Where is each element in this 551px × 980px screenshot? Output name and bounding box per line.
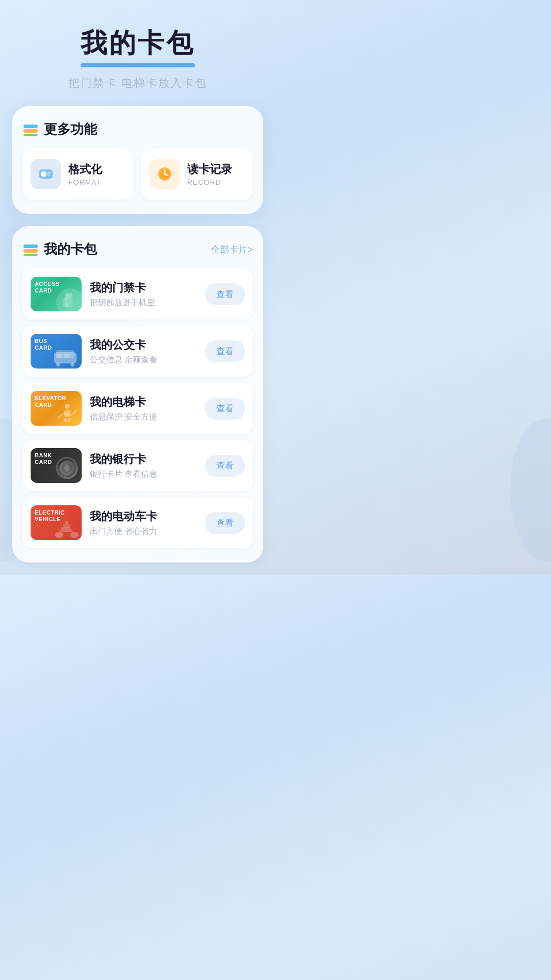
elevator-card-thumbnail: ELEVATORCARD — [31, 391, 82, 426]
features-grid: 格式化 FORMAT 读卡记录 RECORD — [22, 149, 253, 200]
card-list: ACCESSCARD 我的门禁卡 把钥匙放进手机里 查看 — [22, 268, 253, 548]
svg-rect-22 — [64, 354, 69, 358]
access-card-info: 我的门禁卡 把钥匙放进手机里 — [90, 280, 197, 308]
format-name: 格式化 — [68, 162, 102, 177]
bus-card-desc: 公交信息 余额查看 — [90, 355, 197, 365]
bus-view-button[interactable]: 查看 — [205, 340, 245, 362]
features-title: 更多功能 — [44, 120, 97, 138]
svg-rect-21 — [57, 354, 62, 358]
electric-card-label: ELECTRICVEHICLE — [35, 509, 65, 523]
svg-point-27 — [57, 458, 77, 478]
electric-card-thumbnail: ELECTRICVEHICLE — [31, 505, 82, 540]
main-container: 更多功能 格式化 FORMAT — [12, 106, 263, 214]
page-title: 我的卡包 — [81, 26, 195, 67]
record-sub: RECORD — [187, 178, 232, 186]
card-item-bus: BUSCARD 我的公交卡 公交信息 余额查看 查看 — [22, 326, 253, 377]
electric-card-desc: 出门方便 省心省力 — [90, 526, 197, 537]
bank-view-button[interactable]: 查看 — [205, 455, 245, 477]
wallet-title: 我的卡包 — [44, 240, 97, 258]
record-icon — [155, 164, 174, 184]
bus-card-info: 我的公交卡 公交信息 余额查看 — [90, 337, 197, 365]
card-item-bank: BANKCARD 我的银行卡 银行卡片 查看信息 查看 — [22, 440, 253, 491]
svg-rect-13 — [65, 293, 72, 307]
svg-rect-25 — [64, 418, 67, 422]
access-view-button[interactable]: 查看 — [205, 283, 245, 305]
card-item-access: ACCESSCARD 我的门禁卡 把钥匙放进手机里 查看 — [22, 268, 253, 320]
bank-card-thumbnail: BANKCARD — [31, 448, 82, 483]
svg-rect-6 — [47, 175, 49, 176]
card-item-electric: ELECTRICVEHICLE 我的电动车卡 出门方便 省心省力 查看 — [22, 497, 253, 548]
bank-card-name: 我的银行卡 — [90, 452, 197, 467]
elevator-card-info: 我的电梯卡 信息保护 安全方便 — [90, 395, 197, 423]
svg-point-31 — [70, 532, 79, 538]
bank-card-desc: 银行卡片 查看信息 — [90, 469, 197, 480]
svg-rect-12 — [23, 254, 38, 256]
svg-rect-1 — [23, 129, 38, 133]
svg-point-33 — [65, 521, 68, 524]
elevator-card-name: 我的电梯卡 — [90, 395, 197, 410]
format-sub: FORMAT — [68, 178, 102, 186]
bus-card-name: 我的公交卡 — [90, 337, 197, 353]
access-card-thumbnail: ACCESSCARD — [31, 277, 82, 311]
svg-point-16 — [66, 298, 79, 306]
access-building-deco — [58, 288, 80, 309]
wallet-icon — [22, 241, 39, 258]
features-icon — [22, 121, 39, 138]
format-icon — [36, 164, 56, 184]
feature-format[interactable]: 格式化 FORMAT — [22, 149, 134, 200]
features-section-header: 更多功能 — [22, 120, 253, 138]
svg-rect-4 — [41, 172, 46, 177]
bank-card-label: BANKCARD — [35, 452, 52, 465]
feature-record[interactable]: 读卡记录 RECORD — [141, 149, 253, 200]
svg-rect-10 — [23, 244, 38, 248]
bus-deco — [53, 349, 80, 366]
page-header: 我的卡包 把门禁卡 电梯卡放入卡包 — [0, 0, 276, 101]
card-item-elevator: ELEVATORCARD 我的电梯卡 信息保护 安全方便 查看 — [22, 383, 253, 434]
elevator-view-button[interactable]: 查看 — [205, 398, 245, 420]
elevator-card-label: ELEVATORCARD — [35, 395, 66, 408]
access-card-desc: 把钥匙放进手机里 — [90, 298, 197, 308]
svg-point-9 — [164, 173, 166, 175]
svg-rect-32 — [63, 524, 70, 528]
svg-point-30 — [55, 532, 63, 538]
svg-rect-14 — [67, 295, 69, 298]
bus-card-label: BUSCARD — [35, 338, 52, 351]
svg-point-29 — [64, 465, 69, 471]
svg-rect-0 — [23, 125, 38, 128]
bank-nfc-deco — [54, 455, 80, 481]
access-card-name: 我的门禁卡 — [90, 280, 197, 296]
record-name: 读卡记录 — [187, 162, 232, 177]
svg-point-20 — [70, 362, 74, 366]
elevator-card-desc: 信息保护 安全方便 — [90, 412, 197, 423]
all-cards-link[interactable]: 全部卡片> — [211, 243, 253, 256]
access-card-label: ACCESSCARD — [35, 281, 60, 294]
wallet-section-header: 我的卡包 全部卡片> — [22, 240, 253, 258]
svg-point-28 — [61, 462, 73, 474]
electric-card-info: 我的电动车卡 出门方便 省心省力 — [90, 509, 197, 537]
svg-rect-2 — [23, 134, 38, 136]
page-subtitle: 把门禁卡 电梯卡放入卡包 — [20, 76, 255, 91]
record-icon-wrap — [149, 159, 180, 189]
bank-card-info: 我的银行卡 银行卡片 查看信息 — [90, 452, 197, 480]
electric-view-button[interactable]: 查看 — [205, 512, 245, 534]
wallet-container: 我的卡包 全部卡片> ACCESSCARD 我的门禁卡 — [12, 226, 263, 562]
svg-rect-15 — [63, 298, 68, 307]
electric-card-name: 我的电动车卡 — [90, 509, 197, 524]
svg-point-19 — [56, 362, 60, 366]
bus-card-thumbnail: BUSCARD — [31, 334, 82, 369]
record-text: 读卡记录 RECORD — [187, 162, 232, 186]
format-icon-wrap — [31, 159, 61, 189]
svg-rect-11 — [23, 249, 38, 253]
svg-rect-5 — [47, 173, 51, 174]
svg-rect-26 — [68, 418, 70, 422]
format-text: 格式化 FORMAT — [68, 162, 102, 186]
